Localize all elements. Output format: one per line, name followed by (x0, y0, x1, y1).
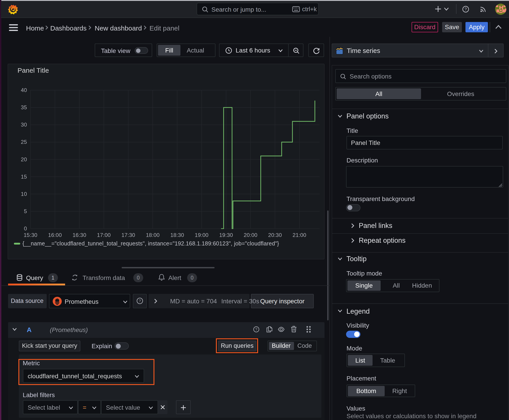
svg-text:10: 10 (21, 191, 27, 197)
svg-text:?: ? (138, 299, 140, 303)
svg-text:0: 0 (23, 225, 27, 231)
svg-text:40: 40 (21, 87, 27, 93)
svg-text:16:00: 16:00 (48, 232, 61, 238)
svg-text:19:00: 19:00 (195, 232, 208, 238)
svg-text:20:30: 20:30 (268, 232, 282, 238)
svg-text:?: ? (464, 7, 467, 11)
svg-text:21:00: 21:00 (292, 232, 306, 238)
svg-text:30: 30 (21, 121, 27, 128)
svg-text:5: 5 (23, 208, 27, 214)
svg-text:20:00: 20:00 (243, 232, 257, 238)
svg-text:?: ? (255, 328, 258, 331)
svg-text:16:30: 16:30 (72, 232, 86, 238)
svg-text:18:00: 18:00 (146, 232, 159, 238)
svg-text:17:00: 17:00 (97, 232, 110, 238)
svg-text:20: 20 (21, 156, 27, 162)
svg-text:19:30: 19:30 (219, 232, 233, 238)
svg-text:15:30: 15:30 (23, 232, 37, 238)
svg-text:25: 25 (21, 139, 27, 145)
svg-text:35: 35 (21, 104, 27, 110)
svg-text:17:30: 17:30 (121, 232, 135, 238)
svg-text:18:30: 18:30 (170, 232, 184, 238)
svg-text:15: 15 (21, 173, 27, 180)
